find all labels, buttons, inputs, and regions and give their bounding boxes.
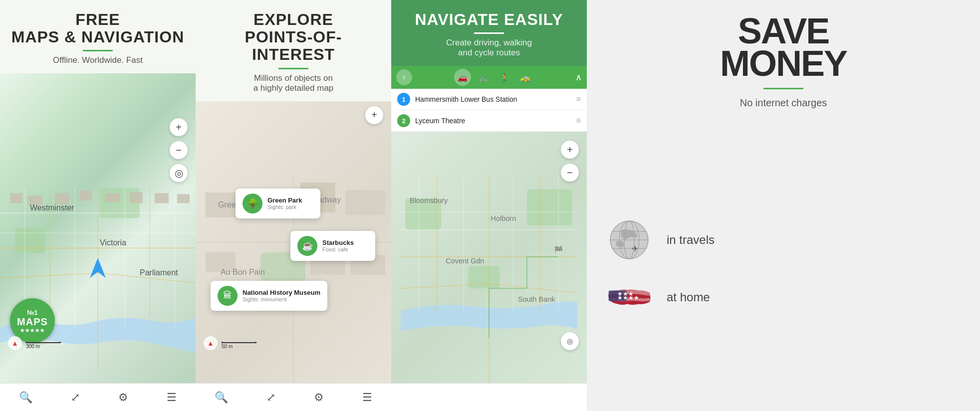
- transport-bike[interactable]: 🚲: [475, 69, 492, 86]
- poi-icon-starbucks: ☕: [297, 236, 317, 256]
- map-area-3: ‹ 🚗 🚲 🚶 🚕 ∧ 1 Hammersmith Lower Bus Stat…: [391, 66, 587, 383]
- panel-navigate: NAVIGATE EASILY Create driving, walkinga…: [391, 0, 587, 411]
- transport-car[interactable]: 🚗: [454, 69, 471, 86]
- save-divider: [763, 88, 803, 89]
- panel-2-divider: [278, 68, 308, 69]
- route-num-1: 1: [397, 93, 410, 106]
- route-row-1: 1 Hammersmith Lower Bus Station ≡: [391, 89, 587, 110]
- panel-4-header: SAVE MONEY No internet charges: [587, 0, 980, 119]
- badge-maps: MAPS: [17, 316, 48, 328]
- svg-text:Victoria: Victoria: [100, 239, 126, 247]
- poi-info-greenpark: Green Park Sights: park: [267, 197, 302, 210]
- svg-rect-7: [130, 193, 143, 204]
- map-mock-3: ‹ 🚗 🚲 🚶 🚕 ∧ 1 Hammersmith Lower Bus Stat…: [391, 66, 587, 383]
- transport-icons: 🚗 🚲 🚶 🚕: [416, 69, 571, 86]
- svg-rect-2: [10, 194, 22, 204]
- svg-text:Au Bon Pain: Au Bon Pain: [221, 267, 265, 276]
- poi-icon-museum: 🏛: [218, 286, 238, 306]
- zoom-in-btn-2[interactable]: +: [365, 106, 383, 124]
- panel-save-money: SAVE MONEY No internet charges ✈: [587, 0, 980, 411]
- svg-rect-8: [155, 194, 169, 204]
- poi-card-starbucks[interactable]: ☕ Starbucks Food: cafe: [290, 231, 375, 261]
- poi-icon-greenpark: 🌳: [243, 194, 262, 213]
- svg-text:Holborn: Holborn: [491, 214, 516, 222]
- scale-bar-1: 300 m: [26, 342, 61, 349]
- compass-1: ▲: [8, 336, 22, 350]
- poi-info-museum: National History Museum Sights: monument: [243, 289, 320, 302]
- badge-num: №1: [27, 309, 38, 316]
- toolbar-3: [391, 383, 587, 411]
- badge-stars: ★★★★★: [20, 328, 45, 333]
- map-mock-2: Greenwich Broadway Au Bon Pain + 🌳 Green…: [196, 101, 391, 383]
- svg-rect-5: [80, 191, 92, 201]
- poi-card-greenpark[interactable]: 🌳 Green Park Sights: park: [236, 189, 320, 218]
- panel-3-divider: [474, 32, 504, 34]
- panel-3-header: NAVIGATE EASILY Create driving, walkinga…: [391, 0, 587, 66]
- settings-icon-1[interactable]: ⚙: [118, 391, 128, 404]
- svg-text:🏁: 🏁: [554, 245, 563, 254]
- save-item-home-label: at home: [667, 290, 710, 304]
- panel-1-subtitle: Offline. Worldwide. Fast: [10, 55, 186, 65]
- expand-icon-2[interactable]: ⤢: [266, 391, 275, 404]
- route-label-2: Lyceum Theatre: [415, 117, 571, 125]
- save-item-home: ★★★ ★★★★ at home: [607, 282, 960, 312]
- poi-card-museum[interactable]: 🏛 National History Museum Sights: monume…: [211, 281, 327, 311]
- svg-rect-0: [15, 228, 45, 253]
- svg-rect-26: [527, 190, 572, 225]
- svg-rect-27: [468, 266, 499, 288]
- svg-rect-9: [177, 195, 190, 204]
- map-area-2: Greenwich Broadway Au Bon Pain + 🌳 Green…: [196, 101, 391, 383]
- nav-collapse-btn[interactable]: ∧: [575, 72, 582, 83]
- settings-icon-2[interactable]: ⚙: [314, 391, 324, 404]
- compass-2: ▲: [204, 336, 218, 350]
- menu-icon-2[interactable]: ☰: [362, 391, 372, 404]
- scale-bar-2: 50 m: [222, 342, 256, 349]
- save-subtitle: No internet charges: [602, 97, 965, 109]
- toolbar-2: 🔍 ⤢ ⚙ ☰: [196, 383, 391, 411]
- svg-text:Bloomsbury: Bloomsbury: [410, 197, 448, 205]
- save-item-travels: ✈ in travels: [607, 217, 960, 262]
- route-menu-1[interactable]: ≡: [576, 95, 581, 104]
- menu-icon-1[interactable]: ☰: [167, 391, 177, 404]
- svg-rect-4: [55, 194, 69, 205]
- zoom-out-btn-3[interactable]: −: [561, 164, 579, 182]
- map-mock-1: Westminster Victoria Parliament + − ◎ №1…: [0, 73, 196, 383]
- nav-back-btn[interactable]: ‹: [396, 69, 412, 85]
- panel-2-subtitle: Millions of objects ona highly detailed …: [206, 73, 381, 93]
- panel-2-header: EXPLORE POINTS-OF-INTEREST Millions of o…: [196, 0, 391, 101]
- transport-walk[interactable]: 🚶: [496, 69, 513, 86]
- svg-rect-6: [105, 194, 120, 203]
- poi-info-starbucks: Starbucks Food: cafe: [322, 239, 354, 252]
- panel-3-title: NAVIGATE EASILY: [401, 11, 577, 28]
- svg-text:✈: ✈: [632, 244, 638, 253]
- panel-free-maps: FREE MAPS & NAVIGATION Offline. Worldwid…: [0, 0, 196, 411]
- panel-explore-poi: EXPLORE POINTS-OF-INTEREST Millions of o…: [196, 0, 391, 411]
- save-item-travels-label: in travels: [667, 233, 715, 247]
- svg-text:Parliament: Parliament: [140, 269, 178, 277]
- navigate-overlay-bar: ‹ 🚗 🚲 🚶 🚕 ∧ 1 Hammersmith Lower Bus Stat…: [391, 66, 587, 132]
- svg-text:South Bank: South Bank: [518, 295, 555, 303]
- globe-icon: ✈: [607, 217, 652, 262]
- panel-1-divider: [83, 50, 113, 51]
- panel-2-title: EXPLORE POINTS-OF-INTEREST: [206, 11, 381, 64]
- panel-1-header: FREE MAPS & NAVIGATION Offline. Worldwid…: [0, 0, 196, 73]
- svg-text:★★★★: ★★★★: [617, 294, 639, 301]
- map-area-1: Westminster Victoria Parliament + − ◎ №1…: [0, 73, 196, 383]
- search-icon-2[interactable]: 🔍: [215, 391, 228, 404]
- save-title: SAVE MONEY: [602, 15, 965, 80]
- route-menu-2[interactable]: ≡: [576, 116, 581, 125]
- location-btn-3[interactable]: ◎: [561, 332, 579, 350]
- svg-rect-17: [345, 190, 385, 214]
- search-icon-1[interactable]: 🔍: [19, 391, 32, 404]
- navigate-top-row: ‹ 🚗 🚲 🚶 🚕 ∧: [391, 66, 587, 89]
- panel-3-subtitle: Create driving, walkingand cycle routes: [401, 38, 577, 58]
- map-roads-3: 🏁 Bloomsbury Holborn Covent Gdn South Ba…: [391, 131, 587, 383]
- route-row-2: 2 Lyceum Theatre ≡: [391, 110, 587, 132]
- save-items: ✈ in travels ★★★ ★★★★ at home: [587, 119, 980, 411]
- expand-icon-1[interactable]: ⤢: [71, 391, 80, 404]
- zoom-in-btn-3[interactable]: +: [561, 141, 579, 159]
- usa-flag-icon: ★★★ ★★★★: [607, 282, 652, 312]
- route-label-1: Hammersmith Lower Bus Station: [415, 95, 571, 103]
- transport-taxi[interactable]: 🚕: [517, 69, 534, 86]
- svg-text:Westminster: Westminster: [30, 204, 74, 212]
